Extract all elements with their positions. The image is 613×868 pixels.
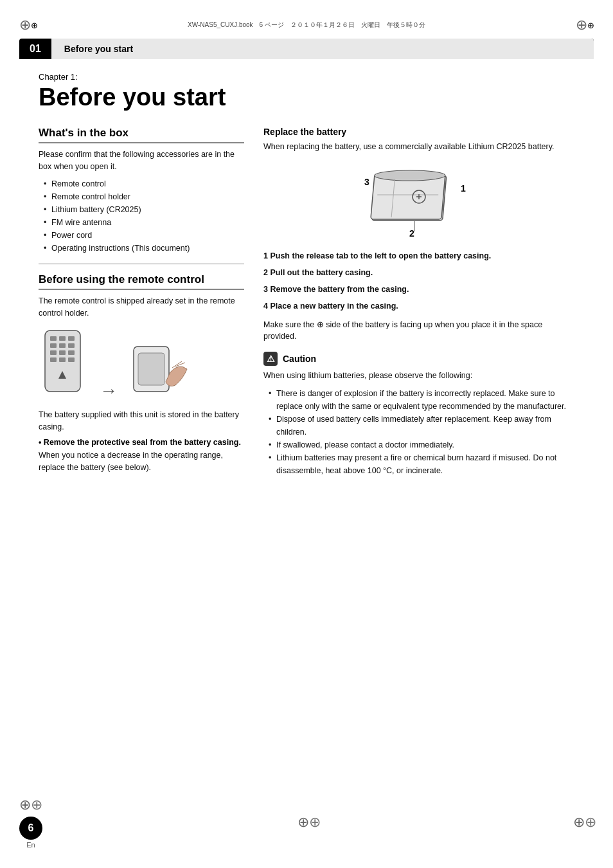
- battery-stored-text: The battery supplied with this unit is s…: [39, 409, 244, 433]
- left-column: What's in the box Please confirm that th…: [39, 127, 244, 485]
- caution-item: Dispose of used battery cells immediatel…: [269, 413, 574, 439]
- caution-title: Caution: [283, 354, 316, 364]
- caution-list: There is danger of explosion if the batt…: [269, 387, 574, 477]
- remove-seal-label: • Remove the protective seal from the ba…: [39, 438, 244, 447]
- caution-section: ⚠ Caution When using lithium batteries, …: [263, 352, 574, 477]
- svg-rect-19: [371, 174, 445, 219]
- list-item: Power cord: [44, 229, 244, 242]
- remove-seal-desc: When you notice a decrease in the operat…: [39, 449, 244, 474]
- section-divider: [39, 264, 244, 264]
- svg-rect-6: [68, 343, 75, 348]
- caution-item: If swallowed, please contact a doctor im…: [269, 439, 574, 451]
- svg-text:3: 3: [364, 177, 369, 187]
- steps-list: 1 Push the release tab to the left to op…: [263, 249, 574, 312]
- svg-rect-9: [68, 350, 75, 355]
- page-lang-label: En: [26, 841, 35, 849]
- top-marks-area: ⊕ XW-NAS5_CUXJ.book 6 ページ ２０１０年１月２６日 火曜日…: [0, 0, 613, 39]
- list-item: Lithium battery (CR2025): [44, 203, 244, 216]
- caution-icon: ⚠: [263, 352, 278, 366]
- caution-intro: When using lithium batteries, please obs…: [263, 370, 574, 382]
- before-using-title: Before using the remote control: [39, 273, 244, 290]
- caution-header: ⚠ Caution: [263, 352, 574, 366]
- list-item: Operating instructions (This document): [44, 242, 244, 255]
- caution-item: There is danger of explosion if the batt…: [269, 387, 574, 413]
- bottom-area: ⊕ 6 En ⊕ ⊕: [19, 796, 594, 849]
- whats-in-box-section: What's in the box Please confirm that th…: [39, 127, 244, 255]
- svg-rect-12: [68, 357, 75, 362]
- remote-control-svg: [39, 327, 87, 401]
- step-1: 1 Push the release tab to the left to op…: [263, 249, 574, 262]
- arrow-icon: →: [100, 381, 118, 401]
- step-2: 2 Pull out the battery casing.: [263, 266, 574, 279]
- page-title: Before you start: [39, 84, 574, 111]
- list-item: Remote control holder: [44, 190, 244, 203]
- two-column-layout: What's in the box Please confirm that th…: [39, 127, 574, 485]
- file-info: XW-NAS5_CUXJ.book 6 ページ ２０１０年１月２６日 火曜日 午…: [37, 21, 576, 30]
- battery-svg: 3 1 2: [358, 159, 480, 243]
- battery-illustration-area: 3 1 2: [358, 159, 480, 243]
- step-4-desc: Make sure the ⊕ side of the battery is f…: [263, 319, 574, 343]
- before-using-section: Before using the remote control The remo…: [39, 273, 244, 474]
- svg-rect-5: [59, 343, 66, 348]
- svg-rect-4: [50, 343, 57, 348]
- svg-rect-3: [68, 336, 75, 341]
- replace-battery-section: Replace the battery When replacing the b…: [263, 127, 574, 477]
- svg-text:2: 2: [409, 228, 414, 239]
- bottom-center-reg-mark: ⊕: [300, 813, 318, 831]
- bottom-right-reg-mark: ⊕: [576, 813, 594, 831]
- svg-rect-15: [138, 353, 164, 385]
- chapter-bar: 01 Before you start: [19, 39, 594, 59]
- svg-rect-2: [59, 336, 66, 341]
- bottom-left-reg-mark: ⊕: [22, 796, 40, 814]
- chapter-number: 01: [19, 43, 51, 55]
- main-content: Chapter 1: Before you start What's in th…: [19, 59, 594, 498]
- svg-rect-7: [50, 350, 57, 355]
- svg-rect-11: [59, 357, 66, 362]
- caution-item: Lithium batteries may present a fire or …: [269, 451, 574, 477]
- page-chapter-label: Chapter 1:: [39, 72, 574, 82]
- remote-illustration: →: [39, 327, 244, 401]
- whats-in-box-title: What's in the box: [39, 127, 244, 143]
- svg-rect-8: [59, 350, 66, 355]
- page-number-box: 6: [19, 817, 42, 840]
- top-left-reg-mark: ⊕: [19, 16, 37, 34]
- list-item: Remote control: [44, 177, 244, 190]
- top-right-reg-mark: ⊕: [576, 16, 594, 34]
- whats-in-box-list: Remote control Remote control holder Lit…: [44, 177, 244, 255]
- right-column: Replace the battery When replacing the b…: [263, 127, 574, 485]
- chapter-bar-title: Before you start: [51, 39, 594, 59]
- replace-battery-intro: When replacing the battery, use a commer…: [263, 141, 574, 153]
- svg-point-20: [374, 170, 445, 181]
- step-4: 4 Place a new battery in the casing.: [263, 300, 574, 312]
- svg-text:1: 1: [461, 183, 466, 194]
- whats-in-box-intro: Please confirm that the following access…: [39, 149, 244, 173]
- page-number-area: ⊕ 6 En: [19, 796, 42, 849]
- list-item: FM wire antenna: [44, 216, 244, 229]
- remote-holder-hand-svg: [130, 343, 191, 401]
- replace-battery-title: Replace the battery: [263, 127, 574, 137]
- before-using-intro: The remote control is shipped already se…: [39, 295, 244, 320]
- step-3: 3 Remove the battery from the casing.: [263, 283, 574, 296]
- svg-rect-1: [50, 336, 57, 341]
- svg-rect-10: [50, 357, 57, 362]
